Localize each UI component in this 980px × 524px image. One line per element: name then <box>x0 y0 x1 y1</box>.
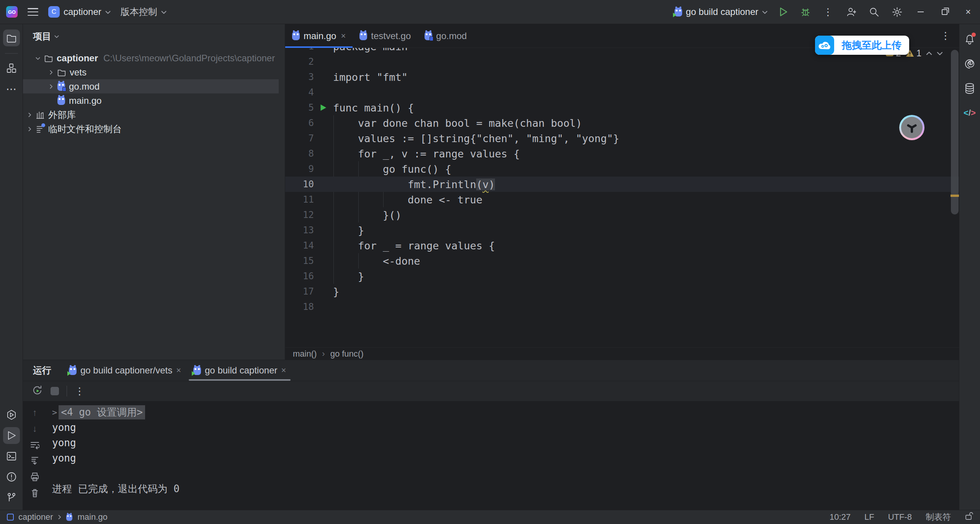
chevron-right-icon[interactable] <box>49 70 52 75</box>
fold-expand-icon[interactable]: > <box>52 408 57 417</box>
problems-toolwindow-button[interactable] <box>3 468 20 485</box>
code-line[interactable]: 4 <box>285 85 959 100</box>
floating-assistant-ball[interactable] <box>899 115 924 140</box>
notifications-button[interactable] <box>962 32 977 47</box>
line-separator[interactable]: LF <box>864 512 874 522</box>
code-line[interactable]: 11 done <- true <box>285 192 959 207</box>
tab-go-mod[interactable]: go.mod <box>418 24 474 47</box>
close-tab-icon[interactable]: × <box>341 31 346 41</box>
line-number[interactable]: 5 <box>285 102 314 113</box>
tree-item-scratches[interactable]: 临时文件和控制台 <box>23 122 285 136</box>
code-line[interactable]: 9 go func() { <box>285 161 959 177</box>
line-number[interactable]: 10 <box>285 179 314 190</box>
clear-console-button[interactable] <box>28 487 41 499</box>
endpoints-button[interactable]: </> <box>962 105 977 121</box>
cursor-position[interactable]: 10:27 <box>830 512 851 522</box>
line-number[interactable]: 9 <box>285 164 314 174</box>
run-panel-title[interactable]: 运行 <box>33 360 51 381</box>
code-line[interactable]: 12 }() <box>285 207 959 223</box>
stop-button[interactable] <box>51 387 59 395</box>
editor-scrollbar[interactable] <box>951 50 959 215</box>
code-with-me-button[interactable] <box>840 0 862 24</box>
indent-style[interactable]: 制表符 <box>926 511 951 523</box>
chevron-right-icon[interactable] <box>28 113 31 117</box>
breadcrumb-main[interactable]: main() <box>293 349 317 359</box>
next-occurrence-button[interactable]: ↓ <box>28 423 41 434</box>
line-number[interactable]: 18 <box>285 301 314 312</box>
line-number[interactable]: 3 <box>285 72 314 82</box>
next-problem-button[interactable] <box>937 51 943 55</box>
run-line-gutter-icon[interactable] <box>314 103 333 112</box>
code-line[interactable]: 10 fmt.Println(v) <box>285 177 959 192</box>
code-line[interactable]: 18 <box>285 299 959 314</box>
tree-item-captioner[interactable]: captioner C:\Users\meowr\GolandProjects\… <box>23 51 285 65</box>
tree-item-maingo[interactable]: main.go <box>23 93 285 108</box>
warning-stripe-mark[interactable] <box>951 195 959 197</box>
line-number[interactable]: 11 <box>285 194 314 205</box>
rerun-button[interactable] <box>32 385 43 397</box>
tree-item-external-libraries[interactable]: 外部库 <box>23 108 285 122</box>
ai-assistant-button[interactable] <box>962 56 977 72</box>
code-line[interactable]: 5func main() { <box>285 100 959 115</box>
project-toolwindow-button[interactable] <box>3 29 20 46</box>
status-project-name[interactable]: captioner <box>18 512 53 522</box>
vcs-widget[interactable]: 版本控制 <box>121 6 167 18</box>
run-tab-captioner[interactable]: go build captioner × <box>187 360 292 381</box>
services-toolwindow-button[interactable] <box>3 406 20 423</box>
tab-main-go[interactable]: main.go × <box>285 24 353 47</box>
database-button[interactable] <box>962 81 977 96</box>
run-toolwindow-button[interactable] <box>3 427 20 444</box>
structure-toolwindow-button[interactable] <box>3 60 20 77</box>
restore-button[interactable] <box>933 0 956 24</box>
folded-command[interactable]: <4 go 设置调用> <box>59 405 145 419</box>
soft-wrap-button[interactable] <box>28 439 41 450</box>
line-number[interactable]: 13 <box>285 225 314 236</box>
git-toolwindow-button[interactable] <box>3 489 20 506</box>
more-toolwindows-button[interactable]: ⋯ <box>3 80 20 97</box>
minimize-button[interactable] <box>909 0 933 24</box>
code-line[interactable]: 16 } <box>285 269 959 284</box>
breadcrumb-gofunc[interactable]: go func() <box>330 349 364 359</box>
code-line[interactable]: 13 } <box>285 223 959 238</box>
prev-occurrence-button[interactable]: ↑ <box>28 407 41 418</box>
chevron-right-icon[interactable] <box>28 127 31 131</box>
run-configuration-selector[interactable]: go build captioner <box>669 3 773 20</box>
run-button[interactable] <box>773 0 794 24</box>
debug-button[interactable] <box>794 0 817 24</box>
close-tab-icon[interactable]: × <box>176 365 181 375</box>
previous-problem-button[interactable] <box>926 51 932 55</box>
tab-testvet-go[interactable]: testvet.go <box>353 24 418 47</box>
settings-button[interactable] <box>885 0 909 24</box>
print-button[interactable] <box>28 471 41 483</box>
main-menu-button[interactable] <box>28 8 38 16</box>
tab-options-button[interactable]: ⋮ <box>941 24 959 47</box>
line-number[interactable]: 17 <box>285 286 314 297</box>
run-console[interactable]: > <4 go 设置调用> yongyongyong 进程 已完成，退出代码为 … <box>47 401 959 510</box>
line-number[interactable]: 2 <box>285 56 314 67</box>
line-number[interactable]: 1 <box>285 48 314 52</box>
close-button[interactable]: × <box>956 0 980 24</box>
file-encoding[interactable]: UTF-8 <box>888 512 912 522</box>
line-number[interactable]: 15 <box>285 255 314 266</box>
code-line[interactable]: 6 var done chan bool = make(chan bool) <box>285 115 959 131</box>
line-number[interactable]: 14 <box>285 240 314 251</box>
line-number[interactable]: 16 <box>285 271 314 282</box>
readonly-toggle[interactable] <box>965 511 973 523</box>
scroll-to-end-button[interactable] <box>28 455 41 467</box>
line-number[interactable]: 4 <box>285 87 314 98</box>
more-actions-button[interactable]: ⋮ <box>817 0 840 24</box>
code-editor[interactable]: 1package main23import "fmt"45func main()… <box>285 48 959 347</box>
project-panel-header[interactable]: 项目 <box>23 27 285 46</box>
tree-item-gomod[interactable]: go.mod <box>23 79 279 93</box>
code-line[interactable]: 15 <-done <box>285 253 959 269</box>
project-widget[interactable]: C captioner <box>48 6 111 18</box>
close-tab-icon[interactable]: × <box>281 365 286 375</box>
line-number[interactable]: 6 <box>285 118 314 128</box>
code-line[interactable]: 17} <box>285 284 959 299</box>
code-line[interactable]: 2 <box>285 54 959 69</box>
line-number[interactable]: 8 <box>285 148 314 159</box>
search-everywhere-button[interactable] <box>862 0 885 24</box>
run-tab-vets[interactable]: go build captioner/vets × <box>63 360 187 381</box>
code-line[interactable]: 7 values := []string{"chen", "ming", "yo… <box>285 131 959 146</box>
code-line[interactable]: 3import "fmt" <box>285 69 959 85</box>
